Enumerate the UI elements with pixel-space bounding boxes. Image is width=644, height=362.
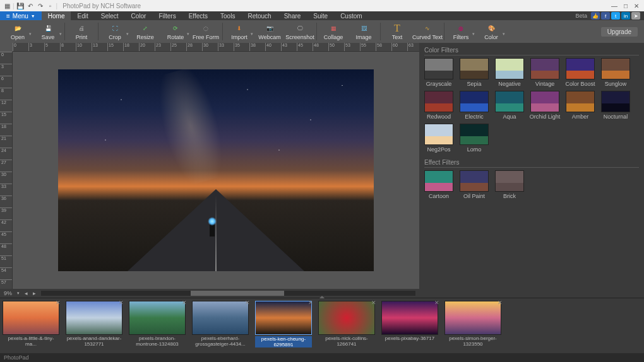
thumbnail-item[interactable]: ✕pexels-eberhard-grossgasteiger-4434... (192, 301, 249, 351)
tab-share[interactable]: Share (278, 11, 307, 20)
filters-panel: Color Filters GrayscaleSepiaNegativeVint… (419, 43, 644, 298)
color-filter-neg2pos[interactable]: Neg2Pos (424, 124, 453, 153)
curvedtext-button[interactable]: ∿Curved Text (412, 20, 443, 43)
effect-filter-brick[interactable]: Brick (495, 170, 524, 199)
tab-custom[interactable]: Custom (334, 11, 368, 20)
color-filter-electric[interactable]: Electric (460, 91, 489, 120)
resize-icon: ⤢ (139, 23, 152, 33)
filter-label: Cartoon (429, 193, 449, 199)
scroll-left-icon[interactable]: ◂ (25, 290, 28, 296)
linkedin-icon[interactable]: in (621, 12, 630, 20)
image-button[interactable]: 🖼Image (349, 20, 379, 43)
new-icon[interactable]: ▫ (46, 1, 55, 10)
collage-button[interactable]: ▦Collage (318, 20, 349, 43)
import-button[interactable]: ⬇Import▾ (224, 20, 254, 43)
chevron-down-icon[interactable]: ▾ (29, 32, 32, 37)
close-thumbnail-icon[interactable]: ✕ (434, 300, 439, 306)
share-icon[interactable]: ➤ (631, 12, 640, 20)
color-filter-nocturnal[interactable]: Nocturnal (601, 91, 630, 120)
color-filter-negative[interactable]: Negative (495, 58, 524, 87)
scroll-right-icon[interactable]: ▸ (33, 290, 36, 296)
maximize-icon[interactable]: □ (624, 3, 628, 9)
menu-button[interactable]: ≡ Menu ▼ (0, 11, 42, 20)
close-icon[interactable]: ✕ (634, 3, 639, 9)
tab-suite[interactable]: Suite (307, 11, 334, 20)
redo-icon[interactable]: ↷ (36, 1, 45, 10)
close-thumbnail-icon[interactable]: ✕ (245, 300, 250, 306)
thumbnail-item[interactable]: ✕pexels-pixabay-36717 (381, 301, 438, 351)
print-button[interactable]: 🖨Print (66, 20, 97, 43)
resize-button[interactable]: ⤢Resize (130, 20, 160, 43)
close-thumbnail-icon[interactable]: ✕ (182, 300, 187, 306)
thumbnail-image (381, 301, 438, 335)
screenshot-button[interactable]: 🖵Screenshot (285, 20, 315, 43)
save-icon[interactable]: 💾 (16, 1, 25, 10)
menu-label: Menu (13, 13, 28, 20)
scrollbar-thumb[interactable] (191, 291, 284, 296)
chevron-down-icon[interactable]: ▾ (503, 32, 505, 37)
color-filter-redwood[interactable]: Redwood (424, 91, 453, 120)
thumbnail-item[interactable]: ✕pexels-a-little-&-tiny-ma... (3, 301, 59, 351)
upgrade-button[interactable]: Upgrade (601, 27, 638, 37)
thumbsup-icon[interactable]: 👍 (591, 12, 600, 20)
minimize-icon[interactable]: — (611, 3, 617, 9)
tab-effects[interactable]: Effects (182, 11, 214, 20)
close-thumbnail-icon[interactable]: ✕ (119, 300, 124, 306)
tab-color[interactable]: Color (125, 11, 153, 20)
twitter-icon[interactable]: t (611, 12, 620, 20)
filters-button[interactable]: ◍Filters▾ (446, 20, 476, 43)
thumbnail-item[interactable]: ✕pexels-simon-berger-1323550 (444, 301, 501, 351)
zoom-dropdown-icon[interactable]: ▾ (17, 291, 20, 296)
thumbnail-image (444, 301, 501, 335)
canvas-area[interactable] (13, 52, 419, 289)
close-thumbnail-icon[interactable]: ✕ (308, 300, 313, 306)
chevron-down-icon[interactable]: ▾ (472, 32, 475, 37)
effect-filter-cartoon[interactable]: Cartoon (424, 170, 453, 199)
effect-filter-oil-paint[interactable]: Oil Paint (460, 170, 489, 199)
thumbnail-item[interactable]: ✕pexels-ken-cheung-6295891 (255, 301, 312, 351)
close-thumbnail-icon[interactable]: ✕ (371, 300, 376, 306)
tab-filters[interactable]: Filters (152, 11, 182, 20)
freeform-button[interactable]: ◌Free Form (191, 20, 221, 43)
zoom-level: 9% (4, 290, 12, 296)
close-thumbnail-icon[interactable]: ✕ (498, 300, 503, 306)
close-thumbnail-icon[interactable]: ✕ (56, 300, 61, 306)
chevron-down-icon[interactable]: ▾ (251, 32, 253, 37)
color-filter-vintage[interactable]: Vintage (530, 58, 559, 87)
color-filters-title: Color Filters (424, 45, 639, 55)
color-filter-orchid-light[interactable]: Orchid Light (530, 91, 559, 120)
filter-label: Orchid Light (530, 114, 561, 120)
tab-tools[interactable]: Tools (214, 11, 241, 20)
text-button[interactable]: TText (382, 20, 412, 43)
chevron-down-icon[interactable]: ▾ (59, 32, 62, 37)
undo-icon[interactable]: ↶ (26, 1, 35, 10)
window-title: PhotoPad by NCH Software (63, 3, 611, 9)
color-filter-color-boost[interactable]: Color Boost (566, 58, 595, 87)
horizontal-scrollbar[interactable] (41, 291, 415, 296)
tab-edit[interactable]: Edit (71, 11, 94, 20)
thumbnail-item[interactable]: ✕pexels-anand-dandekar-1532771 (66, 301, 122, 351)
tab-select[interactable]: Select (95, 11, 125, 20)
color-filter-lomo[interactable]: Lomo (460, 124, 489, 153)
color-filter-sunglow[interactable]: Sunglow (601, 58, 630, 87)
chevron-down-icon[interactable]: ▾ (187, 32, 189, 37)
chevron-down-icon[interactable]: ▾ (126, 32, 129, 37)
webcam-button[interactable]: 📷Webcam (254, 20, 285, 43)
import-icon: ⬇ (233, 23, 246, 33)
facebook-icon[interactable]: f (601, 12, 610, 20)
color-button[interactable]: 🎨Color▾ (476, 20, 506, 43)
color-filter-amber[interactable]: Amber (566, 91, 595, 120)
tab-retouch[interactable]: Retouch (241, 11, 277, 20)
thumbnail-item[interactable]: ✕pexels-brandon-montrone-1324803 (129, 301, 186, 351)
color-filter-aqua[interactable]: Aqua (495, 91, 524, 120)
zoom-bar: 9% ▾ ◂ ▸ (0, 289, 419, 298)
thumbnail-item[interactable]: ✕pexels-nick-collins-1266741 (318, 301, 375, 351)
color-filter-sepia[interactable]: Sepia (460, 58, 489, 87)
filter-label: Negative (498, 81, 521, 87)
save-button[interactable]: 💾Save▾ (33, 20, 63, 43)
rotate-button[interactable]: ⟳Rotate▾ (160, 20, 191, 43)
tab-home[interactable]: Home (42, 11, 71, 20)
crop-button[interactable]: ⛶Crop▾ (100, 20, 130, 43)
color-filter-grayscale[interactable]: Grayscale (424, 58, 453, 87)
open-button[interactable]: 📂Open▾ (3, 20, 33, 43)
